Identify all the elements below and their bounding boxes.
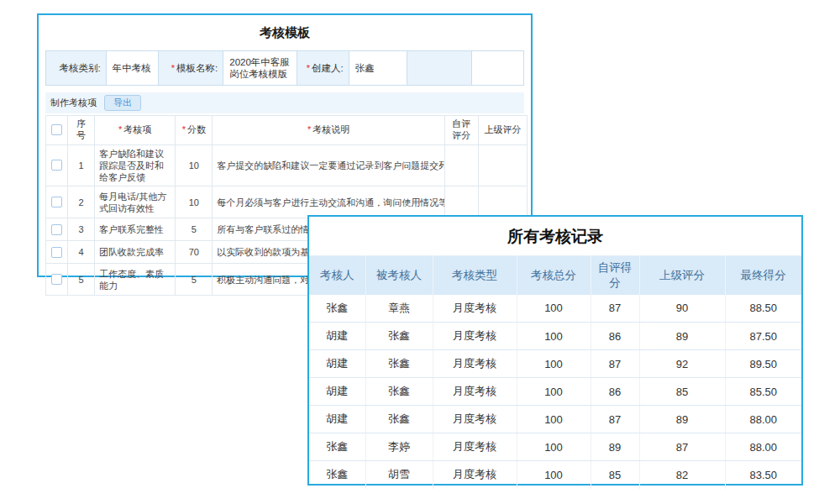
self-score-cell: 87 [591,406,639,433]
item-cell: 每月电话/其他方式回访有效性 [95,186,176,218]
record-row: 胡建 张鑫 月度考核 100 87 89 88.00 [309,406,801,433]
category-value: 年中考核 [107,51,159,85]
col-self-score: 自评 评分 [444,116,478,145]
records-header-row: 考核人 被考核人 考核类型 考核总分 自评得分 上级评分 最终得分 [309,256,801,295]
col-final-score: 最终得分 [725,256,801,295]
template-name-label: * 模板名称: [159,51,224,85]
final-score-cell: 88.00 [725,406,801,433]
seq-cell: 2 [68,186,95,218]
col-assessor: 考核人 [309,256,365,295]
assessment-records-panel: 所有考核记录 考核人 被考核人 考核类型 考核总分 自评得分 上级评分 最终得分… [307,215,803,486]
checkbox-cell [46,264,68,296]
superior-score-cell: 82 [639,461,725,489]
select-all-checkbox[interactable] [51,124,62,135]
record-row: 张鑫 章燕 月度考核 100 87 90 88.50 [309,295,801,323]
col-assessee: 被考核人 [365,256,433,295]
record-row: 张鑫 胡雪 月度考核 100 85 82 83.50 [309,461,801,489]
assessor-cell: 张鑫 [309,461,365,489]
required-asterisk: * [307,124,311,134]
total-score-cell: 100 [517,433,591,461]
record-row: 张鑫 李婷 月度考核 100 89 87 88.00 [309,433,801,461]
self-score-cell: 85 [591,461,639,489]
final-score-cell: 83.50 [725,461,801,489]
superior-score-cell: 89 [639,323,725,350]
row-checkbox[interactable] [51,247,62,258]
self-score-cell: 87 [591,295,639,323]
type-cell: 月度考核 [433,323,517,350]
item-cell: 客户缺陷和建议跟踪是否及时和给客户反馈 [95,144,176,186]
total-score-cell: 100 [517,323,591,350]
checkbox-cell [46,144,68,186]
seq-cell: 3 [68,218,95,241]
total-score-cell: 100 [517,406,591,433]
type-cell: 月度考核 [433,295,517,323]
row-checkbox[interactable] [51,197,62,207]
checkbox-cell [46,218,68,241]
col-score: *分数 [176,116,213,145]
category-label: 考核类别: [46,51,107,85]
col-seq: 序号 [68,116,95,145]
row-checkbox[interactable] [51,274,62,285]
records-panel-title: 所有考核记录 [309,217,801,255]
assessor-cell: 胡建 [309,323,365,350]
required-asterisk: * [171,63,175,73]
checkbox-cell [46,186,68,218]
assessor-cell: 张鑫 [309,433,365,461]
superior-score-cell: 85 [639,378,725,406]
records-table: 考核人 被考核人 考核类型 考核总分 自评得分 上级评分 最终得分 张鑫 章燕 … [309,255,801,489]
type-cell: 月度考核 [433,433,517,461]
col-total-score: 考核总分 [517,256,591,295]
creator-value: 张鑫 [349,51,408,85]
seq-cell: 4 [68,241,95,264]
superior-score-cell [478,144,527,186]
self-score-cell: 86 [591,323,639,350]
self-score-cell: 86 [591,378,639,406]
item-cell: 客户联系完整性 [95,218,176,241]
template-name-value: 2020年中客服岗位考核模版 [223,51,297,85]
template-toolbar: 制作考核项 导出 [45,92,524,113]
superior-score-cell: 90 [639,295,725,323]
checkbox-cell [46,241,68,264]
assessor-cell: 胡建 [309,350,365,378]
type-cell: 月度考核 [433,378,517,406]
final-score-cell: 89.50 [725,350,801,378]
superior-score-cell [478,186,527,218]
self-score-cell: 89 [591,433,639,461]
row-checkbox[interactable] [51,224,62,235]
seq-cell: 1 [68,144,95,186]
total-score-cell: 100 [517,350,591,378]
creator-label: * 创建人: [297,51,349,85]
col-superior-score: 上级评分 [478,116,527,145]
col-item: *考核项 [95,116,176,145]
assessee-cell: 李婷 [365,433,433,461]
self-score-cell [444,186,478,218]
template-panel-title: 考核模板 [39,15,531,50]
score-cell: 70 [176,241,213,264]
type-cell: 月度考核 [433,406,517,433]
description-cell: 每个月必须与客户进行主动交流和沟通，询问使用情况等 [213,186,444,218]
score-cell: 5 [176,218,213,241]
item-cell: 工作态度、素质能力 [95,264,176,296]
create-item-label: 制作考核项 [50,97,97,109]
superior-score-cell: 87 [639,433,725,461]
template-form: 考核类别: 年中考核 * 模板名称: 2020年中客服岗位考核模版 * 创建人:… [45,50,524,86]
assessee-cell: 胡雪 [365,461,433,489]
assessor-cell: 张鑫 [309,295,365,323]
score-cell: 10 [176,144,213,186]
assessee-cell: 张鑫 [365,350,433,378]
superior-score-cell: 92 [639,350,725,378]
score-cell: 5 [176,264,213,296]
col-superior-score: 上级评分 [639,256,725,295]
assessee-cell: 张鑫 [365,406,433,433]
required-asterisk: * [118,124,122,134]
final-score-cell: 87.50 [725,323,801,350]
row-checkbox[interactable] [51,160,62,171]
item-cell: 团队收款完成率 [95,241,176,264]
record-row: 胡建 张鑫 月度考核 100 87 92 89.50 [309,350,801,378]
col-self-score: 自评得分 [591,256,639,295]
required-asterisk: * [307,63,310,73]
assessee-cell: 张鑫 [365,323,433,350]
export-button[interactable]: 导出 [104,95,141,111]
required-asterisk: * [182,124,186,134]
assessee-cell: 张鑫 [365,378,433,406]
